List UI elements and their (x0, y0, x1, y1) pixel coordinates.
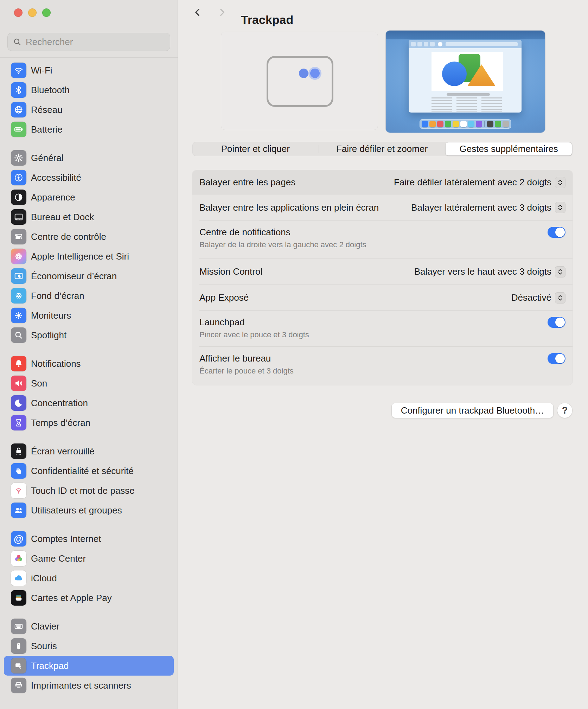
sidebar-item-bureau-et-dock[interactable]: Bureau et Dock (4, 207, 174, 227)
sidebar-item-label: Imprimantes et scanners (31, 680, 131, 691)
launchpad-toggle[interactable] (548, 317, 565, 328)
trackpad-gesture-diagram (221, 32, 378, 130)
sidebar-item-label: Temps d’écran (31, 417, 90, 428)
sidebar-item-concentration[interactable]: Concentration (4, 393, 174, 413)
settings-row-text: Mission Control (199, 266, 262, 277)
app-expose-select[interactable]: Désactivé (511, 292, 565, 304)
sidebar-item-label: Batterie (31, 124, 63, 135)
centre-de-notifications-toggle[interactable] (548, 227, 565, 238)
dock-separator (484, 121, 485, 127)
sidebar-item-moniteurs[interactable]: Moniteurs (4, 306, 174, 325)
settings-row-launchpad: LaunchpadPincer avec le pouce et 3 doigt… (192, 311, 573, 347)
setting-label: Balayer entre les applications en plein … (199, 202, 379, 213)
sidebar-item-label: Apparence (31, 192, 75, 203)
sidebar-group: Écran verrouilléConfidentialité et sécur… (4, 441, 174, 520)
gesture-tabs: Pointer et cliquerFaire défiler et zoome… (192, 142, 573, 156)
settings-row-text: Centre de notificationsBalayer de la dro… (199, 226, 366, 249)
sidebar-item-spotlight[interactable]: Spotlight (4, 325, 174, 345)
sidebar-item-fond-d-ecran[interactable]: Fond d’écran (4, 286, 174, 306)
bluetooth-icon (11, 82, 26, 98)
sidebar-item-imprimantes-et-scanners[interactable]: Imprimantes et scanners (4, 676, 174, 695)
content-pane: Trackpad Pointer et cliquerFaire défi (178, 0, 588, 709)
sidebar-item-label: Concentration (31, 398, 88, 409)
sidebar-item-general[interactable]: Général (4, 148, 174, 168)
chevron-up-down-icon (555, 292, 565, 304)
settings-row-text: App Exposé (199, 292, 249, 304)
setting-label: App Exposé (199, 292, 249, 304)
sidebar-item-clavier[interactable]: Clavier (4, 617, 174, 636)
sidebar-item-accessibilite[interactable]: Accessibilité (4, 168, 174, 187)
dock-app-icon (429, 121, 436, 127)
sidebar-separator (0, 57, 178, 58)
sidebar-item-bluetooth[interactable]: Bluetooth (4, 80, 174, 100)
appearance-icon (11, 190, 26, 205)
chevron-up-down-icon (555, 266, 565, 277)
gesture-preview-video (386, 31, 545, 133)
sidebar-item-son[interactable]: Son (4, 373, 174, 393)
settings-card: Balayer entre les pagesFaire défiler lat… (192, 170, 573, 385)
settings-row-text: Afficher le bureauÉcarter le pouce et 3 … (199, 353, 294, 376)
trackpad-outline (267, 56, 333, 107)
chevron-left-icon (193, 7, 203, 17)
moon-icon (11, 395, 26, 411)
forward-button[interactable] (217, 6, 227, 18)
minimize-window-button[interactable] (28, 8, 37, 17)
sidebar-item-label: Apple Intelligence et Siri (31, 251, 129, 262)
settings-row-balayer-entre-les-pages: Balayer entre les pagesFaire défiler lat… (192, 170, 573, 194)
sidebar-item-label: Souris (31, 641, 57, 652)
sidebar-item-trackpad[interactable]: Trackpad (4, 656, 174, 676)
sidebar-item-comptes-internet[interactable]: @Comptes Internet (4, 529, 174, 549)
sidebar-item-utilisateurs-et-groupes[interactable]: Utilisateurs et groupes (4, 500, 174, 520)
balayer-entre-les-pages-select[interactable]: Faire défiler latéralement avec 2 doigts (394, 177, 565, 188)
chevron-up-down-icon (555, 177, 565, 188)
sidebar-item-batterie[interactable]: Batterie (4, 120, 174, 139)
video-text-columns (432, 97, 502, 112)
dock-app-icon (445, 121, 451, 127)
sidebar-item-game-center[interactable]: Game Center (4, 549, 174, 568)
sidebar-item-icloud[interactable]: iCloud (4, 568, 174, 588)
search-input[interactable]: Rechercher (7, 33, 170, 51)
sidebar-item-temps-d-ecran[interactable]: Temps d’écran (4, 413, 174, 433)
help-button[interactable]: ? (557, 403, 573, 418)
dock-app-icon (503, 121, 509, 127)
battery-icon (11, 122, 26, 137)
sidebar-item-economiseur-d-ecran[interactable]: Économiseur d’écran (4, 266, 174, 286)
tab-faire-defiler-et-zoomer[interactable]: Faire défiler et zoomer (319, 142, 445, 156)
sidebar-item-touch-id-et-mot-de-passe[interactable]: Touch ID et mot de passe (4, 481, 174, 500)
keyboard-icon (11, 619, 26, 634)
sidebar-item-apparence[interactable]: Apparence (4, 187, 174, 207)
sidebar-list: Wi-FiBluetoothRéseauBatterieGénéralAcces… (4, 60, 174, 695)
setting-subtitle: Balayer de la droite vers la gauche avec… (199, 240, 366, 249)
zoom-window-button[interactable] (42, 8, 51, 17)
tab-gestes-supplementaires[interactable]: Gestes supplémentaires (446, 142, 572, 155)
sidebar-item-cartes-et-apple-pay[interactable]: Cartes et Apple Pay (4, 588, 174, 608)
sidebar-item-wi-fi[interactable]: Wi-Fi (4, 60, 174, 80)
sidebar-item-label: Économiseur d’écran (31, 271, 117, 282)
sidebar-item-centre-de-controle[interactable]: Centre de contrôle (4, 227, 174, 247)
sidebar-item-label: Son (31, 378, 47, 389)
sidebar-item-ecran-verrouille[interactable]: Écran verrouillé (4, 441, 174, 461)
setting-label: Mission Control (199, 266, 262, 277)
sidebar-item-notifications[interactable]: Notifications (4, 354, 174, 373)
video-image (432, 52, 503, 91)
sidebar: Rechercher Wi-FiBluetoothRéseauBatterieG… (0, 0, 178, 709)
sidebar-item-label: iCloud (31, 573, 57, 584)
tab-pointer-et-cliquer[interactable]: Pointer et cliquer (192, 142, 319, 156)
close-window-button[interactable] (14, 8, 23, 17)
afficher-le-bureau-toggle[interactable] (548, 353, 565, 364)
chevron-right-icon (217, 7, 227, 17)
search-placeholder: Rechercher (26, 37, 73, 47)
balayer-entre-les-applications-en-plein-ecran-select[interactable]: Balayer latéralement avec 3 doigts (411, 202, 565, 213)
back-button[interactable] (192, 6, 203, 18)
sidebar-item-confidentialite-et-securite[interactable]: Confidentialité et sécurité (4, 461, 174, 481)
sidebar-item-reseau[interactable]: Réseau (4, 100, 174, 120)
sidebar-item-souris[interactable]: Souris (4, 636, 174, 656)
at-icon: @ (11, 531, 26, 547)
settings-row-centre-de-notifications: Centre de notificationsBalayer de la dro… (192, 221, 573, 258)
sidebar-item-apple-intelligence-et-siri[interactable]: Apple Intelligence et Siri (4, 247, 174, 266)
settings-row-mission-control: Mission ControlBalayer vers le haut avec… (192, 258, 573, 285)
configure-bluetooth-trackpad-button[interactable]: Configurer un trackpad Bluetooth… (391, 403, 554, 418)
dock-app-icon (453, 121, 459, 127)
mouse-icon (11, 638, 26, 654)
mission-control-select[interactable]: Balayer vers le haut avec 3 doigts (414, 266, 565, 277)
